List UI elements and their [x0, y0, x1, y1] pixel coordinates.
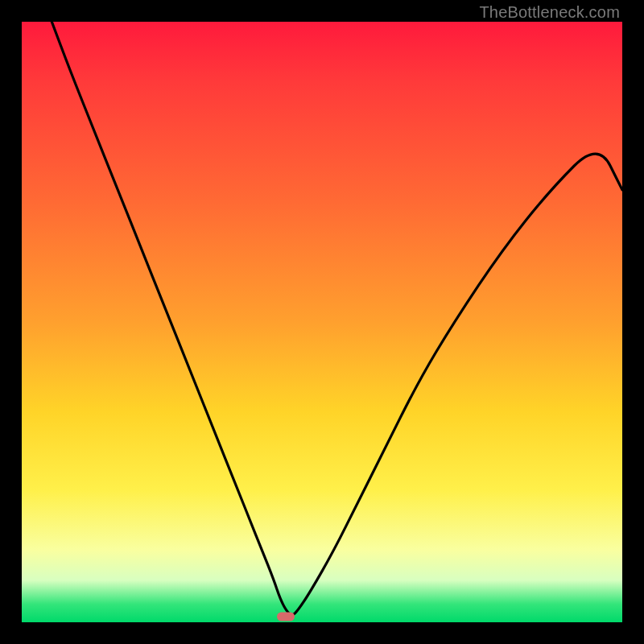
watermark-text: TheBottleneck.com — [479, 3, 620, 22]
minimum-marker — [277, 612, 295, 621]
chart-frame: TheBottleneck.com — [0, 0, 644, 644]
curve-path — [52, 22, 622, 615]
plot-area — [22, 22, 622, 622]
bottleneck-curve — [22, 22, 622, 622]
